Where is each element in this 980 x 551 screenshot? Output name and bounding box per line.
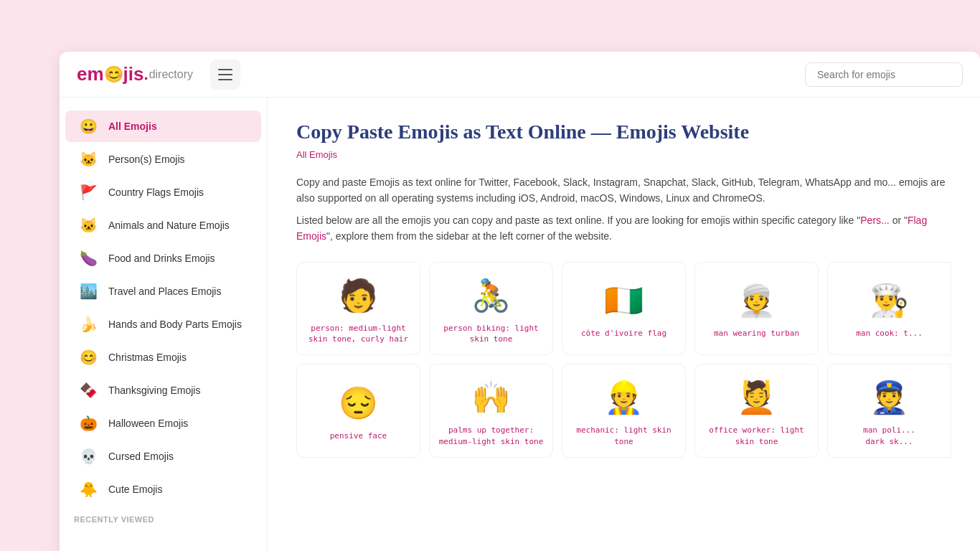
sidebar-label-hands: Hands and Body Parts Emojis — [108, 318, 242, 331]
logo-dot: . — [144, 65, 149, 84]
sidebar-item-christmas[interactable]: 😊 Christmas Emojis — [65, 342, 261, 373]
sidebar-emoji-thanksgiving: 🍫 — [80, 382, 100, 399]
persons-link[interactable]: Pers... — [860, 215, 889, 226]
sidebar-label-christmas: Christmas Emojis — [108, 351, 187, 364]
logo-text-jis: jis — [123, 63, 144, 85]
emoji-card-6[interactable]: 🙌 palms up together: medium-light skin t… — [429, 364, 553, 458]
emoji-icon-8: 💆 — [737, 379, 776, 416]
emoji-grid-row2: 😔 pensive face 🙌 palms up together: medi… — [296, 364, 951, 458]
app-container: em😊jis.directory 😀 All Emojis 🐱 Person(s… — [60, 52, 980, 551]
recently-viewed-label: RECENTLY VIEWED — [60, 507, 267, 527]
emoji-icon-5: 😔 — [339, 385, 378, 422]
sidebar-label-animals: Animals and Nature Emojis — [108, 219, 230, 232]
emoji-grid-row1: 🧑 person: medium-light skin tone, curly … — [296, 262, 951, 356]
page-title: Copy Paste Emojis as Text Online — Emoji… — [296, 121, 951, 143]
logo-emoji-text: em — [77, 63, 104, 85]
emoji-icon-2: 🇨🇮 — [604, 282, 644, 319]
sidebar-item-hands[interactable]: 🍌 Hands and Body Parts Emojis — [65, 309, 261, 340]
sidebar-emoji-flags: 🚩 — [80, 184, 100, 201]
sidebar-label-cursed: Cursed Emojis — [108, 450, 174, 463]
sidebar-item-all[interactable]: 😀 All Emojis — [65, 110, 261, 142]
hamburger-line-1 — [218, 69, 232, 70]
sidebar-item-cute[interactable]: 🐥 Cute Emojis — [65, 474, 261, 505]
emoji-card-4[interactable]: 👨‍🍳 man cook: t... — [827, 262, 951, 356]
emoji-label-5: pensive face — [330, 430, 387, 441]
hamburger-button[interactable] — [210, 60, 240, 90]
emoji-label-1: person biking: light skin tone — [438, 323, 544, 345]
emoji-label-2: côte d'ivoire flag — [581, 328, 666, 339]
search-input[interactable] — [805, 62, 963, 87]
emoji-icon-7: 👷 — [604, 379, 644, 416]
sidebar-item-travel[interactable]: 🏙️ Travel and Places Emojis — [65, 276, 261, 307]
sidebar-emoji-cursed: 💀 — [80, 448, 100, 465]
sidebar-emoji-persons: 🐱 — [80, 151, 100, 168]
emoji-label-8: office worker: light skin tone — [704, 425, 809, 447]
emoji-label-9: man poli...dark sk... — [863, 425, 915, 447]
sidebar-item-cursed[interactable]: 💀 Cursed Emojis — [65, 441, 261, 472]
sidebar-emoji-food: 🍆 — [80, 250, 100, 267]
emoji-icon-6: 🙌 — [471, 379, 511, 416]
top-bar: em😊jis.directory — [60, 52, 980, 98]
emoji-label-4: man cook: t... — [856, 328, 923, 339]
emoji-card-3[interactable]: 👳 man wearing turban — [694, 262, 819, 356]
main-content: Copy Paste Emojis as Text Online — Emoji… — [268, 98, 980, 551]
emoji-card-9[interactable]: 👮 man poli...dark sk... — [827, 364, 951, 458]
emoji-icon-4: 👨‍🍳 — [870, 282, 909, 319]
sidebar-emoji-christmas: 😊 — [80, 349, 100, 366]
emoji-icon-1: 🚴 — [471, 277, 511, 314]
emoji-card-8[interactable]: 💆 office worker: light skin tone — [694, 364, 819, 458]
sidebar-label-halloween: Halloween Emojis — [108, 417, 188, 430]
emoji-card-7[interactable]: 👷 mechanic: light skin tone — [562, 364, 686, 458]
description-1: Copy and paste Emojis as text online for… — [296, 174, 951, 207]
hamburger-line-2 — [218, 74, 232, 75]
sidebar-emoji-travel: 🏙️ — [80, 283, 100, 300]
sidebar-emoji-animals: 🐱 — [80, 217, 100, 234]
emoji-icon-0: 🧑 — [339, 277, 378, 314]
sidebar-label-travel: Travel and Places Emojis — [108, 285, 221, 298]
content-area: 😀 All Emojis 🐱 Person(s) Emojis 🚩 Countr… — [60, 98, 980, 551]
sidebar-emoji-cute: 🐥 — [80, 481, 100, 498]
sidebar-item-halloween[interactable]: 🎃 Halloween Emojis — [65, 408, 261, 439]
sidebar-label-flags: Country Flags Emojis — [108, 186, 204, 199]
sidebar-emoji-hands: 🍌 — [80, 316, 100, 333]
sidebar-item-food[interactable]: 🍆 Food and Drinks Emojis — [65, 242, 261, 274]
flag-link[interactable]: Flag Emojis — [296, 215, 927, 242]
emoji-label-3: man wearing turban — [714, 328, 799, 339]
sidebar-label-persons: Person(s) Emojis — [108, 153, 185, 166]
sidebar-label-all: All Emojis — [108, 120, 157, 133]
emoji-card-5[interactable]: 😔 pensive face — [296, 364, 420, 458]
emoji-card-1[interactable]: 🚴 person biking: light skin tone — [429, 262, 553, 356]
sidebar-label-food: Food and Drinks Emojis — [108, 252, 215, 265]
emoji-label-6: palms up together: medium-light skin ton… — [438, 425, 544, 447]
sidebar-item-persons[interactable]: 🐱 Person(s) Emojis — [65, 143, 261, 175]
sidebar-emoji-all: 😀 — [80, 118, 100, 135]
logo[interactable]: em😊jis.directory — [77, 63, 193, 85]
sidebar-emoji-halloween: 🎃 — [80, 415, 100, 432]
emoji-icon-9: 👮 — [870, 379, 909, 416]
emoji-card-0[interactable]: 🧑 person: medium-light skin tone, curly … — [296, 262, 420, 356]
sidebar-label-thanksgiving: Thanksgiving Emojis — [108, 384, 200, 397]
sidebar-item-animals[interactable]: 🐱 Animals and Nature Emojis — [65, 209, 261, 241]
sidebar-item-thanksgiving[interactable]: 🍫 Thanksgiving Emojis — [65, 375, 261, 406]
breadcrumb[interactable]: All Emojis — [296, 149, 951, 160]
emoji-card-2[interactable]: 🇨🇮 côte d'ivoire flag — [562, 262, 686, 356]
description-2: Listed below are all the emojis you can … — [296, 212, 951, 245]
logo-directory: directory — [149, 68, 193, 81]
hamburger-line-3 — [218, 79, 232, 80]
sidebar-item-flags[interactable]: 🚩 Country Flags Emojis — [65, 176, 261, 208]
emoji-label-7: mechanic: light skin tone — [571, 425, 677, 447]
logo-emoji-icon: 😊 — [104, 65, 123, 84]
sidebar-label-cute: Cute Emojis — [108, 483, 162, 496]
emoji-label-0: person: medium-light skin tone, curly ha… — [306, 323, 411, 345]
emoji-icon-3: 👳 — [737, 282, 776, 319]
sidebar: 😀 All Emojis 🐱 Person(s) Emojis 🚩 Countr… — [60, 98, 268, 551]
